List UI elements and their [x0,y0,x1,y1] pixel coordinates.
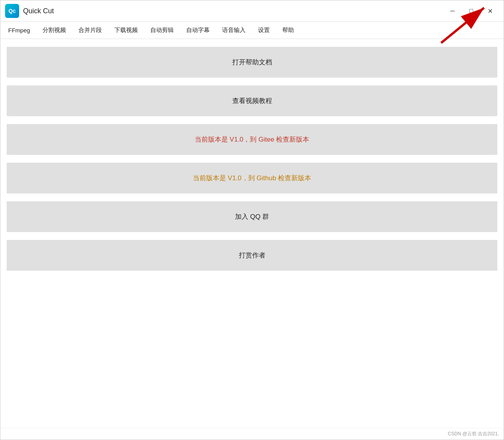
menu-item-split[interactable]: 分割视频 [36,24,72,36]
join-qq-button[interactable]: 加入 QQ 群 [7,201,497,232]
main-window: Qc Quick Cut ─ □ ✕ FFmpeg 分割视频 合并片段 下载视频… [0,0,504,440]
footer-text: CSDN @云哲·吉吉2021, [448,431,499,436]
footer: CSDN @云哲·吉吉2021, [0,428,504,440]
menu-item-help[interactable]: 帮助 [276,24,300,36]
menu-item-download[interactable]: 下载视频 [108,24,144,36]
menu-item-merge[interactable]: 合并片段 [72,24,108,36]
menu-item-ffmpeg[interactable]: FFmpeg [2,25,36,36]
main-content: 打开帮助文档 查看视频教程 当前版本是 V1.0，到 Gitee 检查新版本 当… [0,39,504,428]
menu-item-auto-subtitle[interactable]: 自动字幕 [180,24,216,36]
watch-tutorial-button[interactable]: 查看视频教程 [7,85,497,116]
app-title: Quick Cut [23,7,443,15]
menu-bar: FFmpeg 分割视频 合并片段 下载视频 自动剪辑 自动字幕 语音输入 设置 … [0,22,504,39]
menu-item-auto-edit[interactable]: 自动剪辑 [144,24,180,36]
close-button[interactable]: ✕ [481,4,499,18]
window-controls: ─ □ ✕ [443,4,499,18]
check-gitee-button[interactable]: 当前版本是 V1.0，到 Gitee 检查新版本 [7,124,497,155]
maximize-button[interactable]: □ [462,4,480,18]
menu-item-voice-input[interactable]: 语音输入 [216,24,252,36]
donate-button[interactable]: 打赏作者 [7,240,497,271]
minimize-button[interactable]: ─ [443,4,461,18]
menu-item-settings[interactable]: 设置 [252,24,276,36]
check-github-button[interactable]: 当前版本是 V1.0，到 Github 检查新版本 [7,163,497,193]
open-help-button[interactable]: 打开帮助文档 [7,47,497,78]
title-bar: Qc Quick Cut ─ □ ✕ [0,0,504,22]
app-logo: Qc [5,4,19,18]
